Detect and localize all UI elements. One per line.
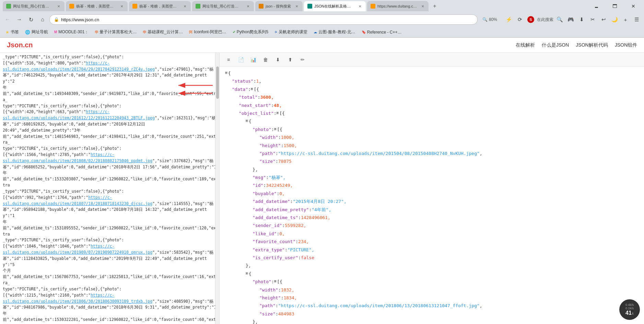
tab-close-6[interactable]: ✕	[358, 4, 362, 9]
json-photo2-close: },	[225, 318, 639, 324]
scrollbar-thumb[interactable]	[216, 67, 219, 99]
id-value: 342245249,	[266, 181, 293, 189]
close-button[interactable]: ✕	[625, 1, 641, 11]
width2-value: 1032,	[281, 286, 294, 294]
json-id-line: "id" : 342245249,	[225, 181, 639, 189]
search-icon[interactable]: 🔍	[555, 15, 564, 24]
tab-3[interactable]: 杨幂 - 堆糖，美图壁纸… ✕	[129, 1, 191, 11]
bookmark-moodle[interactable]: M MOODLE-301：	[51, 28, 91, 36]
tab-2[interactable]: 杨幂 - 堆糖，美图壁纸… ✕	[66, 1, 128, 11]
tab-1[interactable]: 网址导航_用心打造实用… ✕	[3, 1, 65, 11]
network-indicator: 0.4k/s 0.1k/s 41 k	[619, 299, 640, 320]
minimize-button[interactable]: 🗕	[588, 1, 604, 11]
json-content[interactable]: ▣ { "status" : 1 , "data" : ▣	[220, 67, 644, 324]
json-object-list-line: "object_list" : ▣ [{	[225, 109, 639, 117]
bookmark-label-5: Iconfont-阿里巴…	[194, 29, 226, 35]
total-value: 3600,	[260, 93, 274, 101]
json-photo-line: "photo" : ▣ [{	[225, 125, 639, 133]
collapse-data[interactable]: ▣	[251, 85, 253, 92]
tool-download-icon[interactable]: ⬇	[273, 55, 283, 64]
tool-delete-icon[interactable]: 🗑	[261, 55, 270, 64]
tool-format-icon[interactable]: ≡	[224, 55, 233, 64]
tool-upload-icon[interactable]: ⬆	[285, 55, 295, 64]
left-scrollbar[interactable]	[215, 53, 219, 324]
tab-favicon-6	[307, 4, 312, 9]
tool-edit-icon[interactable]: ✏	[298, 55, 307, 64]
msg-value: "杨幂",	[269, 173, 285, 181]
lightning-icon[interactable]: ⚡	[504, 15, 514, 24]
bookmark-python[interactable]: ✔ Python爬虫系列5	[230, 28, 271, 36]
tab-5[interactable]: json - 搜狗搜索 ✕	[255, 1, 303, 11]
bookmark-cloud[interactable]: ☁ 云图-服务-教程-北…	[311, 28, 358, 36]
zoom-level: 🔍 80%	[480, 17, 500, 22]
json-add-datetime-line: "add_datetime" : "2015年4月8日 20:27",	[225, 197, 639, 205]
network-speed-display: 41 k	[625, 310, 634, 316]
tab-close-4[interactable]: ✕	[246, 4, 250, 9]
address-bar-actions: ⚡ ⟳ S 在此搜索 🔍 🎮 ⬇ ✂ ↩ 🌙 + ☰	[504, 15, 641, 24]
games-icon[interactable]: 🎮	[566, 15, 575, 24]
forward-button[interactable]: →	[14, 15, 24, 24]
reload-button[interactable]: ↻	[26, 15, 36, 24]
secure-icon: 🔒	[54, 17, 59, 22]
bookmark-star[interactable]: ★ 书签	[3, 28, 22, 36]
id-key: "id"	[253, 181, 263, 189]
network-upload: 0.4k/s	[625, 303, 634, 307]
home-button[interactable]: ⌂	[38, 15, 47, 24]
collapse-item1[interactable]: ▣	[246, 117, 248, 124]
like-id-key: "like_id"	[253, 230, 277, 238]
collapse-photo2[interactable]: ▣	[274, 278, 277, 285]
collapse-item2[interactable]: ▣	[246, 270, 248, 277]
nav-parse-code[interactable]: JSON解析代码	[576, 42, 608, 48]
maximize-button[interactable]: 🗖	[607, 1, 623, 11]
tab-label-3: 杨幂 - 堆糖，美图壁纸…	[139, 4, 179, 9]
tab-7[interactable]: https://www.duitang.c… ✕	[367, 1, 429, 11]
buyable-key: "buyable"	[253, 190, 277, 197]
tab-close-3[interactable]: ✕	[183, 4, 187, 9]
url-bar[interactable]: 🔒 https://www.json.cn	[49, 14, 478, 25]
undo-icon[interactable]: ↩	[599, 15, 608, 24]
nav-online-parse[interactable]: 在线解析	[516, 42, 535, 48]
globe-icon: 🌐	[25, 30, 30, 35]
moodle-icon: M	[54, 30, 57, 34]
network-download: 0.1k/s	[625, 307, 634, 310]
tab-close-7[interactable]: ✕	[420, 4, 425, 9]
bookmark-wufan[interactable]: ✈ 吴帆老师的课堂	[272, 28, 310, 36]
left-raw-json[interactable]: _type":"PICTURE","is_certify_user":false…	[0, 53, 219, 324]
tab-close-2[interactable]: ✕	[119, 4, 124, 9]
bookmark-reference[interactable]: 🔖 Reference - C++…	[359, 28, 405, 36]
tool-tree-icon[interactable]: 📊	[248, 55, 258, 64]
nav-what-is-json[interactable]: 什么是JSON	[542, 42, 569, 48]
new-tab-button[interactable]: +	[430, 1, 440, 11]
tab-6[interactable]: JSON在线解析及格式化… ✕	[304, 1, 366, 11]
cut-icon[interactable]: ✂	[588, 15, 597, 24]
tab-close-1[interactable]: ✕	[56, 4, 61, 9]
next-start-key: "next_start"	[239, 101, 271, 109]
json-photo2-line: "photo" : ▣ [{	[225, 278, 639, 286]
height-key: "height"	[259, 142, 281, 149]
tab-4[interactable]: 网址导航_用心打造实用… ✕	[192, 1, 254, 11]
bookmark-nav[interactable]: 🌐 网址导航	[22, 28, 51, 36]
window-controls: 🗕 🗖 ✕	[588, 1, 641, 11]
bookmark-course[interactable]: 华 基础课程_云计算…	[140, 28, 186, 36]
menu-icon[interactable]: ☰	[632, 15, 641, 24]
collapse-object-list[interactable]: ▣	[277, 109, 279, 116]
bookmark-quantum[interactable]: 华 量子计算黑客松大…	[92, 28, 139, 36]
refresh-icon[interactable]: ⟳	[515, 15, 525, 24]
add-tab-icon[interactable]: +	[621, 15, 630, 24]
collapse-photo[interactable]: ▣	[274, 125, 277, 132]
download-icon[interactable]: ⬇	[577, 15, 586, 24]
tool-save-icon[interactable]: 📄	[236, 55, 246, 64]
extension-icon[interactable]: S	[526, 15, 536, 24]
site-logo: Json.cn	[7, 41, 33, 49]
is-certify-key: "is_certify_user"	[253, 254, 298, 262]
tab-favicon-1	[6, 4, 11, 9]
back-button[interactable]: ←	[3, 15, 12, 24]
address-bar: ← → ↻ ⌂ 🔒 https://www.json.cn 🔍 80% ⚡ ⟳ …	[0, 12, 644, 27]
nav-component[interactable]: JSON组件	[615, 42, 637, 48]
tab-close-5[interactable]: ✕	[294, 4, 299, 9]
darkmode-icon[interactable]: 🌙	[610, 15, 619, 24]
bookmarks-bar: ★ 书签 🌐 网址导航 M MOODLE-301： 华 量子计算黑客松大… 华 …	[0, 27, 644, 38]
bookmark-iconfont[interactable]: 阿 Iconfont-阿里巴…	[186, 28, 229, 36]
tab-favicon-7	[371, 4, 375, 9]
collapse-root[interactable]: ▣	[225, 69, 227, 76]
